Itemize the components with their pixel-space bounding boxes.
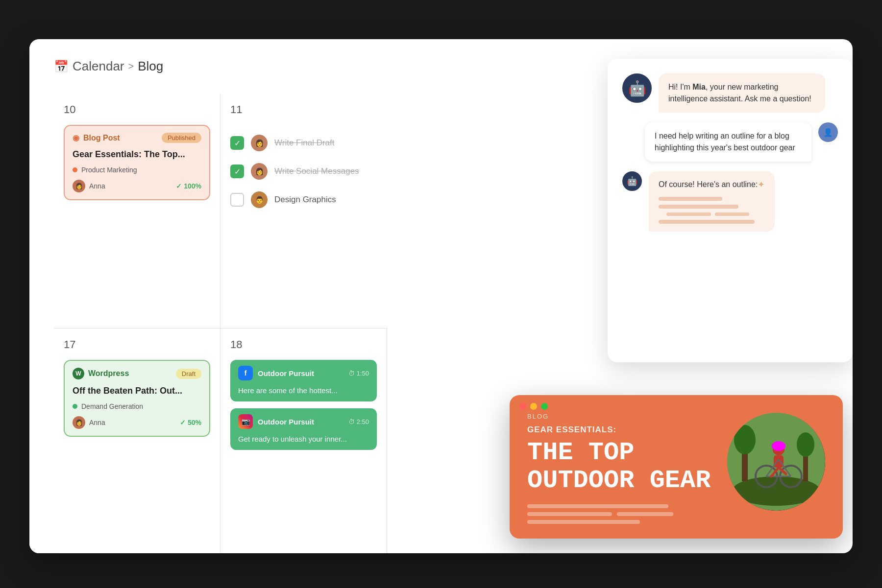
wp-card-title: Off the Beaten Path: Out... — [73, 385, 201, 397]
ig-time-value: 2:50 — [357, 418, 369, 425]
outline-line-3 — [659, 220, 755, 224]
breadcrumb: 📅 Calendar > Blog — [54, 59, 387, 74]
sparkle-icon: ✦ — [758, 179, 765, 190]
outline-sub-1 — [666, 212, 765, 216]
wp-card-header: W Wordpress Draft — [73, 368, 201, 379]
card-tag: Product Marketing — [73, 166, 201, 174]
preview-line-row — [527, 512, 715, 516]
task-label-3: Design Graphics — [274, 195, 336, 205]
fb-time-value: 1:50 — [357, 370, 369, 377]
card-title: Gear Essentials: The Top... — [73, 149, 201, 160]
ig-account-name: Outdoor Pursuit — [258, 418, 314, 426]
main-window: 📅 Calendar > Blog 10 ◉ Blog Post Publish… — [29, 39, 853, 553]
wp-progress-text: ✓ 50% — [180, 419, 201, 426]
assignee: 👩 Anna — [73, 180, 105, 192]
card-type: ◉ Blog Post — [73, 133, 120, 142]
blog-preview-inner: BLOG GEAR ESSENTIALS: The TopOutdoor Gea… — [527, 413, 825, 524]
calendar-grid: 10 ◉ Blog Post Published Gear Essentials… — [54, 94, 387, 553]
wp-card-type: W Wordpress — [73, 368, 129, 379]
svg-point-5 — [797, 432, 814, 457]
calendar-cell-10: 10 ◉ Blog Post Published Gear Essentials… — [54, 94, 220, 329]
fb-post-time: ⏱ 1:50 — [348, 370, 369, 377]
task-checkbox-empty[interactable] — [230, 193, 244, 207]
mia-reply-title: Of course! Here's an outline: ✦ — [659, 179, 765, 190]
blog-preview-card: BLOG GEAR ESSENTIALS: The TopOutdoor Gea… — [510, 395, 843, 539]
progress-text: ✓ 100% — [176, 182, 201, 190]
wp-card-footer: 👩 Anna ✓ 50% — [73, 416, 201, 429]
breadcrumb-parent[interactable]: Calendar — [73, 59, 124, 74]
preview-line-3 — [527, 520, 640, 524]
mia-intro-message: 🤖 Hi! I'm Mia, your new marketing intell… — [622, 73, 838, 113]
task-avatar-2: 👩 — [251, 163, 268, 180]
dot-red — [519, 403, 526, 410]
cyclist-svg — [727, 413, 825, 511]
task-checkbox-checked-2[interactable]: ✓ — [230, 165, 244, 178]
assignee-avatar: 👩 — [73, 180, 85, 192]
checkmark-icon: ✓ — [234, 139, 241, 148]
calendar-area: 📅 Calendar > Blog 10 ◉ Blog Post Publish… — [29, 39, 412, 553]
wp-avatar-face: 👩 — [75, 419, 83, 426]
day-number-11: 11 — [230, 103, 377, 116]
ig-clock-icon: ⏱ — [348, 418, 355, 425]
mia-reply-message: 🤖 Of course! Here's an outline: ✦ — [622, 171, 838, 232]
blog-preview-lines — [527, 504, 715, 524]
task-avatar-1: 👩 — [251, 135, 268, 151]
wp-assignee-avatar: 👩 — [73, 416, 85, 429]
card-header: ◉ Blog Post Published — [73, 133, 201, 143]
blog-type-label: BLOG — [527, 413, 715, 420]
breadcrumb-current: Blog — [138, 59, 163, 74]
checkmark-icon-2: ✓ — [234, 167, 241, 176]
wp-card-tag: Demand Generation — [73, 402, 201, 410]
chat-messages: 🤖 Hi! I'm Mia, your new marketing intell… — [622, 73, 838, 232]
mia-avatar: 🤖 — [622, 73, 652, 103]
wordpress-icon: W — [73, 368, 84, 379]
mia-small-face: 🤖 — [627, 176, 637, 187]
avatar-face: 👩 — [75, 183, 83, 189]
outline-sub-line-1 — [666, 212, 711, 216]
preview-line-2a — [527, 512, 612, 516]
outline-sub-line-2 — [715, 212, 749, 216]
svg-point-7 — [772, 441, 785, 451]
task-item-write-final-draft[interactable]: ✓ 👩 Write Final Draft — [230, 129, 377, 157]
social-card-instagram[interactable]: 📷 Outdoor Pursuit ⏱ 2:50 Get ready to un… — [230, 408, 377, 450]
rss-icon: ◉ — [73, 133, 79, 142]
mia-small-avatar: 🤖 — [622, 171, 642, 191]
instagram-icon: 📷 — [238, 414, 253, 429]
dot-yellow — [530, 403, 537, 410]
task-item-design-graphics[interactable]: 👨 Design Graphics — [230, 186, 377, 214]
calendar-cell-17: 17 W Wordpress Draft Off the Beaten Path… — [54, 329, 220, 553]
tag-label: Product Marketing — [81, 166, 137, 174]
assignee-name: Anna — [89, 182, 105, 190]
draft-badge: Draft — [176, 369, 201, 379]
user-avatar: 👤 — [818, 122, 838, 142]
task-item-write-social[interactable]: ✓ 👩 Write Social Messages — [230, 157, 377, 186]
mia-reply-text: Of course! Here's an outline: — [659, 180, 758, 189]
blog-post-card[interactable]: ◉ Blog Post Published Gear Essentials: T… — [64, 125, 210, 200]
wordpress-card[interactable]: W Wordpress Draft Off the Beaten Path: O… — [64, 360, 210, 437]
ig-post-text: Get ready to unleash your inner... — [238, 434, 369, 444]
fb-post-text: Here are some of the hottest... — [238, 385, 369, 396]
wp-assignee-name: Anna — [89, 419, 105, 426]
blog-preview-subtitle: GEAR ESSENTIALS: — [527, 425, 715, 435]
svg-point-4 — [734, 425, 756, 454]
card-platform-label: Blog Post — [83, 134, 120, 142]
user-face: 👤 — [823, 128, 833, 137]
mia-reply-bubble: Of course! Here's an outline: ✦ — [649, 171, 775, 232]
fb-account-name: Outdoor Pursuit — [258, 369, 314, 377]
blog-preview-content: BLOG GEAR ESSENTIALS: The TopOutdoor Gea… — [527, 413, 715, 524]
preview-line-2b — [617, 512, 673, 516]
day-number-18: 18 — [230, 338, 377, 351]
social-card-facebook[interactable]: f Outdoor Pursuit ⏱ 1:50 Here are some o… — [230, 360, 377, 401]
svg-rect-8 — [774, 455, 784, 468]
dot-green — [541, 403, 548, 410]
window-dots — [519, 403, 548, 410]
outline-line-2 — [659, 205, 738, 209]
task-checkbox-checked[interactable]: ✓ — [230, 136, 244, 150]
tag-dot — [73, 167, 77, 172]
ig-card-header: 📷 Outdoor Pursuit ⏱ 2:50 — [238, 414, 369, 429]
outline-line-1 — [659, 197, 722, 201]
wp-platform-label: Wordpress — [88, 369, 129, 378]
breadcrumb-separator: > — [128, 61, 134, 72]
wp-tag-label: Demand Generation — [81, 402, 143, 410]
task-list: ✓ 👩 Write Final Draft ✓ 👩 Write Social M… — [230, 125, 377, 214]
